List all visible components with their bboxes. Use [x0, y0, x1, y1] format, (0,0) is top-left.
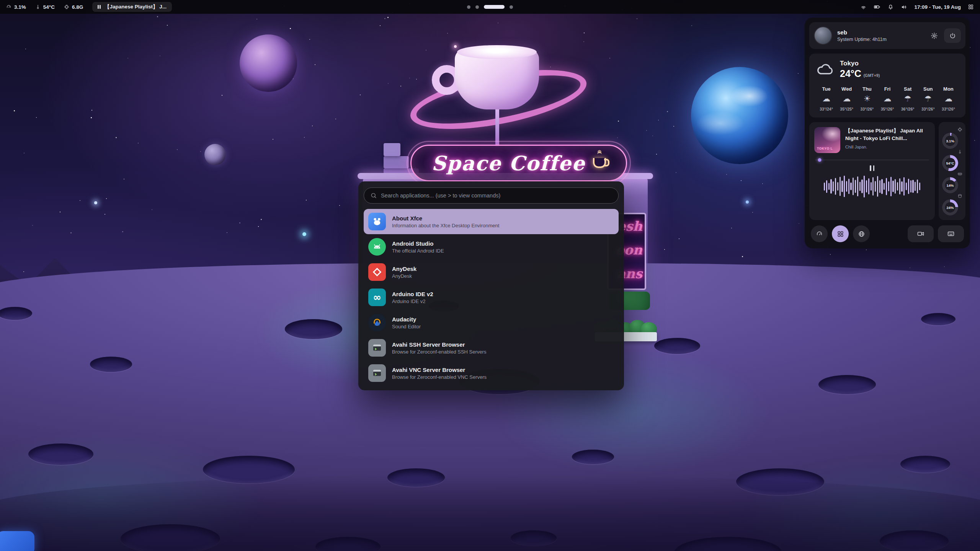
star — [157, 16, 158, 17]
app-row[interactable]: Avahi SSH Server Browser Browse for Zero… — [364, 335, 619, 360]
app-icon — [368, 339, 386, 357]
waveform-bar — [846, 181, 847, 192]
app-row[interactable]: Android Studio The official Android IDE — [364, 234, 619, 259]
power-button[interactable] — [944, 28, 961, 43]
volume-icon[interactable] — [901, 4, 907, 10]
performance-button[interactable] — [811, 225, 828, 242]
star — [726, 174, 727, 175]
waveform-bar — [917, 179, 918, 193]
screen-record-button[interactable] — [908, 225, 934, 242]
waveform-bar — [826, 180, 827, 193]
weather-timezone: (GMT+9) — [864, 73, 880, 78]
star — [658, 120, 659, 121]
waveform-bar — [828, 183, 830, 190]
settings-button[interactable] — [927, 29, 941, 42]
star — [273, 139, 273, 140]
temperature-value: 54°C — [43, 4, 55, 10]
waveform-bar — [895, 179, 896, 193]
star — [498, 23, 498, 23]
audio-waveform — [814, 175, 930, 198]
system-gauge-temp: 54°C — [942, 149, 962, 171]
waveform-bar — [855, 180, 856, 193]
crater — [818, 375, 876, 394]
notifications-bell-icon[interactable] — [887, 4, 894, 10]
progress-dot[interactable] — [818, 158, 821, 162]
system-gauge-ram: 14% — [942, 171, 962, 193]
system-gauge-disk: 24% — [942, 193, 962, 215]
album-art-text: TOKYO L — [817, 147, 833, 150]
small-moon — [204, 144, 226, 165]
search-input[interactable] — [381, 192, 612, 199]
crater — [28, 443, 93, 465]
app-row[interactable]: Avahi VNC Server Browser Browse for Zero… — [364, 360, 619, 386]
waveform-bar — [875, 181, 876, 192]
app-row[interactable]: ∞ Arduino IDE v2 Arduino IDE v2 — [364, 285, 619, 310]
keyboard-button[interactable] — [938, 225, 964, 242]
star — [360, 95, 361, 95]
search-bar[interactable] — [364, 187, 619, 204]
crater — [921, 313, 956, 325]
star — [550, 67, 551, 67]
star — [830, 254, 831, 255]
clock[interactable]: 17:09 - Tue, 19 Aug — [914, 4, 961, 10]
star — [167, 25, 168, 26]
app-description: Arduino IDE v2 — [392, 298, 433, 304]
star — [583, 41, 584, 42]
star — [32, 225, 33, 226]
waveform-bar — [853, 178, 854, 195]
waveform-bar — [868, 178, 869, 194]
play-pause-button[interactable] — [870, 165, 874, 171]
waveform-bar — [841, 181, 843, 192]
waveform-bar — [877, 176, 878, 197]
app-name: Audacity — [392, 316, 421, 323]
cloud-weather-icon: ☁ — [836, 95, 857, 103]
apps-grid-icon[interactable] — [968, 4, 974, 10]
star — [200, 151, 201, 152]
forecast-day: Mon☁33°/26° — [938, 85, 959, 112]
app-row[interactable]: About Xfce Information about the Xfce De… — [364, 209, 619, 234]
waveform-bar — [833, 181, 834, 191]
star — [584, 33, 585, 33]
apps-button[interactable] — [832, 225, 849, 242]
temp-icon — [957, 149, 962, 154]
workspace-dot[interactable] — [510, 5, 513, 9]
app-row[interactable]: AnyDesk AnyDesk — [364, 259, 619, 285]
crater — [315, 537, 381, 551]
system-gauge-cpu: 3.1% — [942, 127, 962, 149]
launcher-results: About Xfce Information about the Xfce De… — [364, 209, 619, 386]
star — [416, 79, 417, 80]
media-pill[interactable]: 【Japanese Playlist】 J... — [92, 2, 172, 12]
quick-toggles — [811, 225, 870, 242]
waveform-bar — [830, 179, 831, 193]
star — [387, 17, 389, 18]
network-button[interactable] — [853, 225, 870, 242]
app-name: AnyDesk — [392, 266, 416, 272]
star — [646, 130, 647, 131]
waveform-bar — [906, 183, 907, 190]
star — [105, 214, 105, 215]
media-pill-label: 【Japanese Playlist】 J... — [105, 3, 167, 10]
search-icon — [370, 192, 377, 199]
waveform-bar — [886, 178, 887, 195]
workspace-dot[interactable] — [484, 5, 505, 9]
workspace-indicator — [467, 0, 513, 14]
star — [152, 209, 152, 210]
waveform-bar — [881, 179, 882, 194]
waveform-bar — [892, 181, 893, 192]
battery-icon[interactable] — [874, 3, 880, 10]
memory-usage: 6.8G — [64, 4, 83, 10]
media-card: TOKYO L 【Japanese Playlist】 Japan All Ni… — [809, 122, 935, 220]
workspace-dot[interactable] — [467, 5, 470, 9]
star — [409, 78, 410, 78]
waveform-bar — [844, 176, 845, 197]
crater — [675, 537, 782, 551]
cafe-neon-sign: Space Coffee — [410, 145, 627, 181]
star — [304, 137, 305, 138]
app-row[interactable]: Audacity Sound Editor — [364, 310, 619, 335]
system-stats-column: 3.1% 54°C 14% 24% — [939, 122, 965, 220]
network-icon[interactable] — [860, 4, 867, 10]
star — [400, 86, 401, 86]
system-uptime: System Uptime: 4h11m — [837, 37, 887, 42]
media-progress[interactable] — [815, 158, 929, 162]
workspace-dot[interactable] — [475, 5, 479, 9]
